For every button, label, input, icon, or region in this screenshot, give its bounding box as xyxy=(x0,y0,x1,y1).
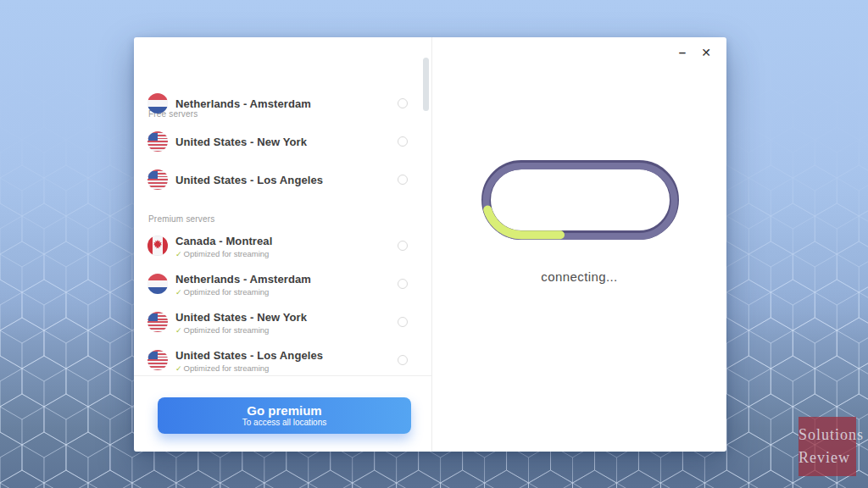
watermark-text: Solutions Review xyxy=(798,424,864,469)
window-controls: – ✕ xyxy=(674,44,715,61)
server-row-premium-netherlands[interactable]: Netherlands - Amsterdam ✓Optimized for s… xyxy=(147,271,415,297)
canada-flag-icon xyxy=(147,236,168,256)
connection-progress-spinner xyxy=(481,160,679,240)
vpn-app-window: – ✕ Free servers Netherlands - Amsterdam… xyxy=(134,37,726,452)
premium-servers-label: Premium servers xyxy=(148,214,215,224)
server-name: United States - New York xyxy=(175,136,307,148)
united-states-flag-icon xyxy=(147,350,168,370)
server-name: United States - Los Angeles xyxy=(175,349,323,362)
bottom-divider xyxy=(134,375,431,376)
go-premium-button[interactable]: Go premium To access all locations xyxy=(158,397,411,434)
connection-status-text: connecting... xyxy=(432,269,726,284)
server-subtitle: ✓Optimized for streaming xyxy=(175,325,307,336)
server-row-premium-us-losangeles[interactable]: United States - Los Angeles ✓Optimized f… xyxy=(147,347,415,373)
server-row-free-netherlands[interactable]: Netherlands - Amsterdam xyxy=(147,93,415,114)
server-radio[interactable] xyxy=(398,98,408,108)
server-list-panel: Free servers Netherlands - Amsterdam Uni… xyxy=(134,37,432,452)
watermark: Solutions Review xyxy=(793,415,868,488)
server-row-premium-us-newyork[interactable]: United States - New York ✓Optimized for … xyxy=(147,309,415,335)
united-states-flag-icon xyxy=(147,169,168,190)
server-radio[interactable] xyxy=(398,241,408,251)
close-button[interactable]: ✕ xyxy=(698,44,715,61)
server-name: United States - New York xyxy=(175,311,307,324)
connection-status-panel: connecting... xyxy=(432,37,726,452)
server-name: Canada - Montreal xyxy=(175,235,272,247)
united-states-flag-icon xyxy=(147,131,168,152)
server-row-free-us-newyork[interactable]: United States - New York xyxy=(147,131,415,152)
server-radio[interactable] xyxy=(398,317,408,327)
server-radio[interactable] xyxy=(398,136,408,147)
server-subtitle: ✓Optimized for streaming xyxy=(175,249,272,259)
desktop-background: – ✕ Free servers Netherlands - Amsterdam… xyxy=(0,0,868,488)
go-premium-title: Go premium xyxy=(158,403,411,418)
server-name: United States - Los Angeles xyxy=(175,174,323,186)
server-row-free-us-losangeles[interactable]: United States - Los Angeles xyxy=(147,169,415,190)
server-radio[interactable] xyxy=(398,175,408,185)
server-list-scrollbar-thumb[interactable] xyxy=(423,58,429,111)
check-icon: ✓ xyxy=(175,288,182,297)
netherlands-flag-icon xyxy=(147,93,168,114)
server-name: Netherlands - Amsterdam xyxy=(175,97,311,110)
server-radio[interactable] xyxy=(398,355,408,365)
netherlands-flag-icon xyxy=(147,274,168,294)
check-icon: ✓ xyxy=(175,364,182,373)
maple-leaf-icon xyxy=(153,240,163,251)
check-icon: ✓ xyxy=(175,250,182,258)
server-subtitle: ✓Optimized for streaming xyxy=(175,287,311,297)
minimize-button[interactable]: – xyxy=(674,44,691,61)
go-premium-subtitle: To access all locations xyxy=(158,418,411,428)
united-states-flag-icon xyxy=(147,312,168,332)
server-subtitle: ✓Optimized for streaming xyxy=(175,363,323,374)
check-icon: ✓ xyxy=(175,326,182,335)
server-name: Netherlands - Amsterdam xyxy=(175,273,311,286)
server-row-premium-canada[interactable]: Canada - Montreal ✓Optimized for streami… xyxy=(147,233,415,258)
server-radio[interactable] xyxy=(398,279,408,289)
